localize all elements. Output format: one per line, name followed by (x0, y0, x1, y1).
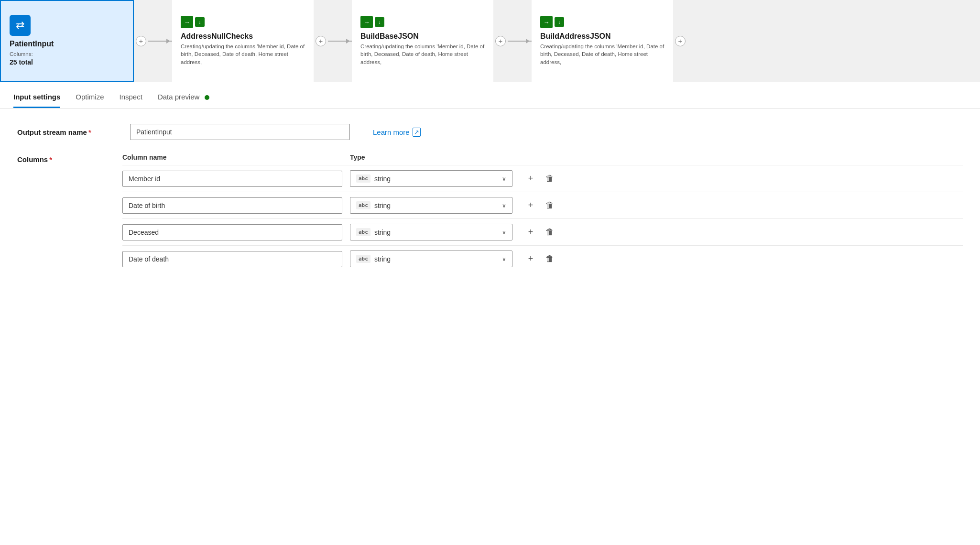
row-actions-3: + 🗑 (524, 226, 556, 239)
delete-column-button-1[interactable]: 🗑 (543, 172, 556, 185)
column-name-input-1[interactable] (122, 171, 342, 187)
column-name-input-3[interactable] (122, 224, 342, 240)
type-value-1: string (374, 175, 391, 183)
type-header: Type (350, 153, 512, 161)
add-after-node-3-button[interactable]: + (495, 36, 506, 46)
transform-icon-1b: ↓ (195, 17, 205, 27)
columns-section: Columns* Column name Type abc (17, 153, 963, 272)
table-row: abc string ∨ + 🗑 (122, 245, 963, 272)
type-dropdown-3[interactable]: abc string ∨ (350, 224, 512, 240)
node-icon-row-2: → ↓ (181, 16, 305, 28)
chevron-down-icon: ∨ (502, 256, 506, 262)
add-column-button-2[interactable]: + (524, 199, 537, 212)
chevron-down-icon: ∨ (502, 175, 506, 182)
pipeline-header: ⇄ PatientInput Columns: 25 total + → ↓ A… (0, 0, 980, 82)
connector-2 (328, 41, 352, 42)
type-badge-2: abc (356, 201, 370, 209)
transform-icon-3b: ↓ (555, 17, 564, 27)
pipeline-node-address-null-checks[interactable]: → ↓ AddressNullChecks Creating/updating … (172, 0, 328, 82)
column-name-header: Column name (122, 153, 342, 161)
column-name-input-4[interactable] (122, 251, 342, 267)
transform-icon-1: → (181, 16, 193, 28)
output-stream-row: Output stream name* Learn more ↗ (17, 124, 963, 140)
tab-data-preview[interactable]: Data preview (158, 86, 209, 108)
add-after-node-4-button[interactable]: + (675, 36, 686, 46)
pipeline-node-patient-input[interactable]: ⇄ PatientInput Columns: 25 total + (0, 0, 148, 82)
table-row: abc string ∨ + 🗑 (122, 218, 963, 245)
node-desc-4: Creating/updating the columns 'Member id… (540, 43, 664, 65)
node-title-4: BuildAddressJSON (540, 32, 664, 41)
pipeline-node-build-base-json[interactable]: → ↓ BuildBaseJSON Creating/updating the … (352, 0, 508, 82)
pipeline-node-build-address-json[interactable]: → ↓ BuildAddressJSON Creating/updating t… (532, 0, 687, 82)
transform-icon-2: → (360, 16, 373, 28)
type-value-3: string (374, 229, 391, 236)
connector-1 (148, 41, 172, 42)
chevron-down-icon: ∨ (502, 229, 506, 236)
table-row: abc string ∨ + 🗑 (122, 165, 963, 192)
main-content: Output stream name* Learn more ↗ Columns… (0, 109, 980, 287)
row-actions-4: + 🗑 (524, 252, 556, 266)
add-column-button-4[interactable]: + (524, 252, 537, 266)
node-desc-2: Creating/updating the columns 'Member id… (181, 43, 305, 65)
add-after-node-2-button[interactable]: + (316, 36, 326, 46)
add-after-node-button[interactable]: + (136, 36, 146, 46)
required-star-2: * (49, 155, 52, 164)
output-stream-label: Output stream name* (17, 128, 122, 136)
table-row: abc string ∨ + 🗑 (122, 192, 963, 218)
type-badge-4: abc (356, 255, 370, 263)
type-value-4: string (374, 255, 391, 263)
transform-icon-2b: ↓ (375, 17, 384, 27)
add-column-button-3[interactable]: + (524, 226, 537, 239)
learn-more-link[interactable]: Learn more ↗ (373, 128, 421, 137)
required-star-1: * (88, 128, 91, 136)
type-badge-3: abc (356, 228, 370, 236)
row-actions-2: + 🗑 (524, 199, 556, 212)
type-dropdown-2[interactable]: abc string ∨ (350, 197, 512, 214)
tabs-bar: Input settings Optimize Inspect Data pre… (0, 86, 980, 109)
tab-inspect[interactable]: Inspect (120, 86, 142, 108)
type-value-2: string (374, 202, 391, 209)
delete-column-button-2[interactable]: 🗑 (543, 199, 556, 212)
columns-list: abc string ∨ + 🗑 (122, 165, 963, 272)
node-title: PatientInput (10, 40, 124, 48)
chevron-down-icon: ∨ (502, 202, 506, 209)
data-preview-dot (205, 95, 209, 100)
source-icon: ⇄ (10, 15, 31, 36)
connector-3 (508, 41, 532, 42)
node-icon-row-4: → ↓ (540, 16, 664, 28)
external-link-icon: ↗ (413, 128, 421, 137)
node-title-3: BuildBaseJSON (360, 32, 485, 41)
output-stream-input[interactable] (130, 124, 350, 140)
transform-icon-3: → (540, 16, 553, 28)
tab-optimize[interactable]: Optimize (76, 86, 104, 108)
add-column-button-1[interactable]: + (524, 172, 537, 185)
type-dropdown-4[interactable]: abc string ∨ (350, 251, 512, 267)
tab-input-settings[interactable]: Input settings (13, 86, 60, 108)
column-name-input-2[interactable] (122, 197, 342, 214)
type-dropdown-1[interactable]: abc string ∨ (350, 170, 512, 187)
node-title-2: AddressNullChecks (181, 32, 305, 41)
node-icon-row-3: → ↓ (360, 16, 485, 28)
node-desc-3: Creating/updating the columns 'Member id… (360, 43, 485, 65)
node-subtitle: Columns: 25 total (10, 50, 124, 67)
delete-column-button-3[interactable]: 🗑 (543, 226, 556, 239)
node-icon-row: ⇄ (10, 15, 124, 36)
row-actions-1: + 🗑 (524, 172, 556, 185)
columns-label: Columns* (17, 153, 122, 164)
type-badge-1: abc (356, 174, 370, 183)
delete-column-button-4[interactable]: 🗑 (543, 252, 556, 266)
